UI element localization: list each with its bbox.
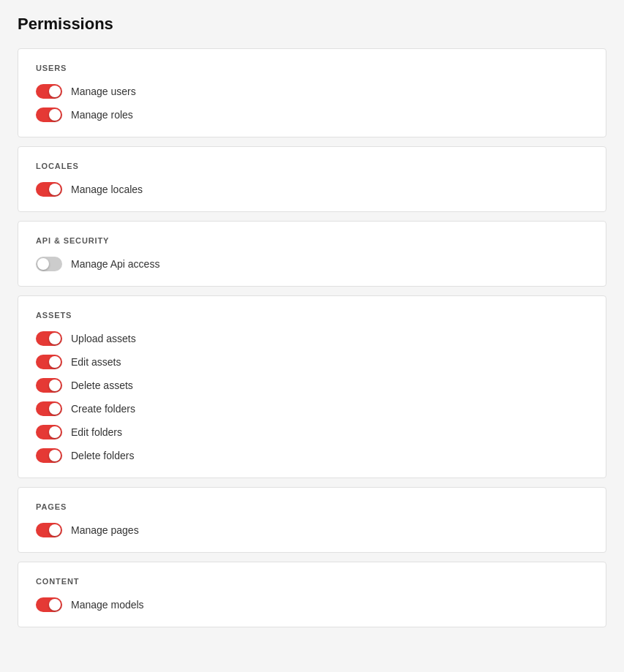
toggle-row-manage-roles: Manage roles (36, 107, 588, 122)
section-title-pages: PAGES (36, 502, 588, 511)
toggle-manage-pages[interactable] (36, 523, 62, 537)
label-manage-api-access: Manage Api access (71, 258, 159, 270)
section-title-assets: ASSETS (36, 311, 588, 320)
toggle-upload-assets[interactable] (36, 331, 62, 346)
toggle-row-delete-assets: Delete assets (36, 378, 588, 393)
label-delete-folders: Delete folders (71, 450, 134, 461)
toggle-manage-users[interactable] (36, 84, 62, 99)
toggle-row-manage-pages: Manage pages (36, 523, 588, 537)
section-title-users: USERS (36, 64, 588, 72)
label-manage-roles: Manage roles (71, 109, 133, 121)
section-locales: LOCALESManage locales (18, 146, 606, 212)
section-title-locales: LOCALES (36, 162, 588, 170)
section-content: CONTENTManage models (18, 562, 606, 627)
toggle-manage-api-access[interactable] (36, 257, 62, 271)
toggle-delete-folders[interactable] (36, 448, 62, 463)
section-api-security: API & SECURITYManage Api access (18, 221, 606, 287)
toggle-delete-assets[interactable] (36, 378, 62, 393)
toggle-row-manage-models: Manage models (36, 597, 588, 612)
toggle-row-edit-folders: Edit folders (36, 425, 588, 439)
label-upload-assets: Upload assets (71, 333, 136, 344)
section-users: USERSManage usersManage roles (18, 48, 606, 137)
toggle-manage-roles[interactable] (36, 107, 62, 122)
toggle-row-create-folders: Create folders (36, 401, 588, 416)
toggle-row-manage-users: Manage users (36, 84, 588, 99)
section-title-api-security: API & SECURITY (36, 236, 588, 245)
toggle-manage-models[interactable] (36, 597, 62, 612)
section-pages: PAGESManage pages (18, 487, 606, 553)
toggle-row-manage-locales: Manage locales (36, 182, 588, 197)
toggle-row-manage-api-access: Manage Api access (36, 257, 588, 271)
label-manage-users: Manage users (71, 86, 136, 97)
toggle-edit-assets[interactable] (36, 355, 62, 369)
toggle-row-upload-assets: Upload assets (36, 331, 588, 346)
section-title-content: CONTENT (36, 577, 588, 586)
label-manage-models: Manage models (71, 599, 144, 611)
toggle-edit-folders[interactable] (36, 425, 62, 439)
label-edit-assets: Edit assets (71, 356, 121, 368)
label-manage-pages: Manage pages (71, 524, 139, 536)
toggle-row-edit-assets: Edit assets (36, 355, 588, 369)
section-assets: ASSETSUpload assetsEdit assetsDelete ass… (18, 295, 606, 478)
toggle-row-delete-folders: Delete folders (36, 448, 588, 463)
label-create-folders: Create folders (71, 403, 135, 415)
toggle-create-folders[interactable] (36, 401, 62, 416)
toggle-manage-locales[interactable] (36, 182, 62, 197)
page-title: Permissions (18, 15, 606, 34)
label-manage-locales: Manage locales (71, 184, 143, 195)
label-edit-folders: Edit folders (71, 426, 122, 438)
label-delete-assets: Delete assets (71, 380, 133, 391)
